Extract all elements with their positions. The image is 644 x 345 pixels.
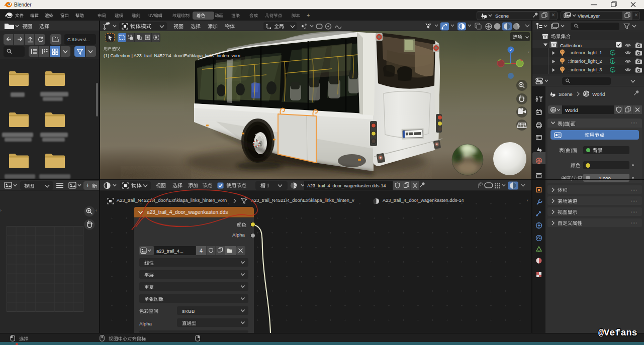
svg-text:Z: Z: [510, 48, 512, 52]
